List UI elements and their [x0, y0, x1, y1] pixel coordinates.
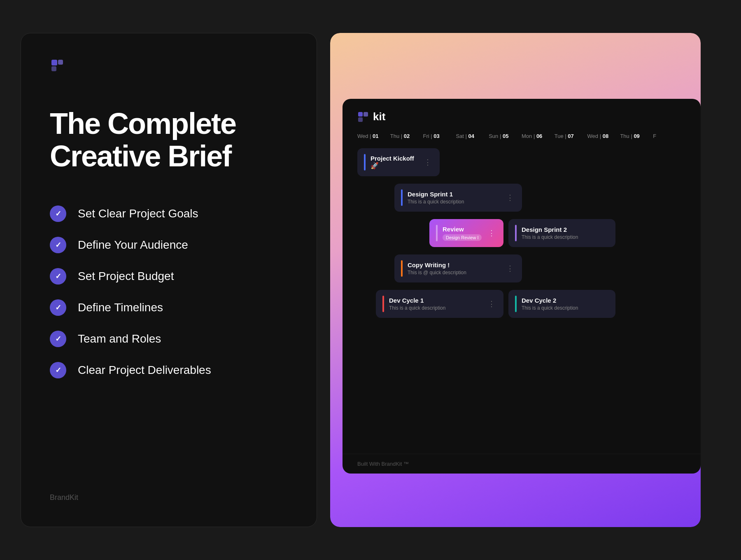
- task-title: Dev Cycle 1: [389, 297, 445, 304]
- timeline-day: Sat | 04: [456, 133, 489, 139]
- check-icon: ✓: [55, 366, 61, 375]
- check-icon: ✓: [55, 240, 61, 250]
- app-header: kit: [343, 99, 701, 123]
- task-card-design-sprint-2[interactable]: Design Sprint 2 This is a quick descript…: [508, 219, 615, 247]
- task-menu-button[interactable]: ⋮: [505, 262, 515, 275]
- task-desc: This is a quick description: [408, 199, 464, 205]
- timeline-header: Wed | 01Thu | 02Fri | 03Sat | 04Sun | 05…: [343, 123, 701, 144]
- task-desc: This is @ quick description: [408, 270, 466, 275]
- checklist-label: Clear Project Deliverables: [78, 364, 211, 377]
- check-icon: ✓: [55, 334, 61, 343]
- check-circle: ✓: [50, 237, 66, 253]
- svg-rect-3: [358, 112, 363, 117]
- timeline-day: Thu | 02: [390, 133, 423, 139]
- check-circle: ✓: [50, 331, 66, 347]
- checklist-item-goals: ✓ Set Clear Project Goals: [50, 205, 288, 222]
- svg-rect-2: [51, 66, 56, 71]
- task-desc: This is a quick description: [389, 305, 445, 311]
- logo-mark: [50, 58, 66, 75]
- task-title: Design Sprint 1: [408, 191, 464, 198]
- checklist: ✓ Set Clear Project Goals ✓ Define Your …: [50, 205, 288, 477]
- check-icon: ✓: [55, 303, 61, 312]
- check-icon: ✓: [55, 272, 61, 281]
- task-card-dev-cycle-2[interactable]: Dev Cycle 2 This is a quick description: [508, 290, 615, 318]
- checklist-label: Define Your Audience: [78, 238, 188, 252]
- timeline-day: Mon | 06: [522, 133, 555, 139]
- timeline-day: Tue | 07: [555, 133, 587, 139]
- timeline-day: Thu | 09: [620, 133, 653, 139]
- review-badge: Design Review I: [443, 234, 482, 241]
- task-menu-button[interactable]: ⋮: [486, 227, 497, 239]
- task-desc: This is a quick description: [522, 305, 578, 311]
- task-card-copy-writing[interactable]: Copy Writing ! This is @ quick descripti…: [394, 254, 522, 282]
- accent-bar: [515, 225, 517, 241]
- task-card-review[interactable]: Review Design Review I ⋮: [429, 219, 503, 247]
- svg-rect-4: [364, 112, 368, 117]
- main-title: The Complete Creative Brief: [50, 107, 288, 173]
- app-footer: Built With BrandKit ™: [343, 454, 701, 474]
- check-circle: ✓: [50, 205, 66, 222]
- check-circle: ✓: [50, 299, 66, 316]
- app-title: kit: [373, 110, 385, 123]
- main-layout: The Complete Creative Brief ✓ Set Clear …: [21, 21, 720, 539]
- task-desc: This is a quick description: [522, 234, 578, 240]
- task-menu-button[interactable]: ⋮: [422, 156, 433, 168]
- task-title: Project Kickoff: [370, 155, 414, 162]
- task-title: Copy Writing !: [408, 261, 466, 268]
- checklist-item-budget: ✓ Set Project Budget: [50, 268, 288, 285]
- task-card-design-sprint-1[interactable]: Design Sprint 1 This is a quick descript…: [394, 184, 522, 212]
- check-circle: ✓: [50, 362, 66, 378]
- timeline-day: Wed | 01: [357, 133, 390, 139]
- timeline-row-3: Review Design Review I ⋮ Design Sprint 2…: [357, 218, 686, 248]
- svg-rect-5: [358, 117, 363, 122]
- timeline-content: Project Kickoff 🚀 ⋮ Design Sprint: [343, 144, 701, 454]
- app-logo-icon: [357, 111, 369, 123]
- task-card-project-kickoff[interactable]: Project Kickoff 🚀 ⋮: [357, 148, 440, 176]
- check-circle: ✓: [50, 268, 66, 285]
- checklist-label: Set Clear Project Goals: [78, 207, 198, 220]
- checklist-item-audience: ✓ Define Your Audience: [50, 237, 288, 253]
- check-icon: ✓: [55, 209, 61, 218]
- timeline-day: Wed | 08: [587, 133, 620, 139]
- svg-rect-0: [51, 60, 57, 65]
- accent-bar: [401, 260, 403, 277]
- timeline-day: F: [653, 133, 686, 139]
- left-panel: The Complete Creative Brief ✓ Set Clear …: [21, 33, 317, 527]
- timeline-row-4: Copy Writing ! This is @ quick descripti…: [357, 254, 686, 283]
- checklist-label: Team and Roles: [78, 332, 161, 345]
- accent-bar: [401, 189, 403, 206]
- brand-footer: BrandKit: [50, 493, 288, 502]
- checklist-label: Set Project Budget: [78, 270, 174, 283]
- timeline-row-2: Design Sprint 1 This is a quick descript…: [357, 183, 686, 212]
- checklist-item-team: ✓ Team and Roles: [50, 331, 288, 347]
- task-title: Dev Cycle 2: [522, 297, 578, 304]
- task-card-dev-cycle-1[interactable]: Dev Cycle 1 This is a quick description …: [376, 290, 503, 318]
- task-title: Review: [443, 226, 482, 233]
- accent-bar: [382, 296, 384, 312]
- timeline-day: Sun | 05: [489, 133, 522, 139]
- app-window: kit Wed | 01Thu | 02Fri | 03Sat | 04Sun …: [343, 99, 701, 474]
- svg-rect-1: [58, 60, 63, 65]
- accent-bar: [364, 154, 366, 170]
- checklist-label: Define Timelines: [78, 301, 163, 314]
- task-emoji: 🚀: [370, 162, 414, 170]
- accent-bar: [515, 296, 517, 312]
- task-menu-button[interactable]: ⋮: [505, 191, 515, 204]
- accent-bar: [436, 225, 438, 241]
- task-title: Design Sprint 2: [522, 226, 578, 233]
- timeline-day: Fri | 03: [423, 133, 456, 139]
- timeline-row-5: Dev Cycle 1 This is a quick description …: [357, 289, 686, 319]
- right-panel: kit Wed | 01Thu | 02Fri | 03Sat | 04Sun …: [330, 33, 701, 527]
- timeline-row-1: Project Kickoff 🚀 ⋮: [357, 147, 686, 177]
- checklist-item-timelines: ✓ Define Timelines: [50, 299, 288, 316]
- checklist-item-deliverables: ✓ Clear Project Deliverables: [50, 362, 288, 378]
- task-menu-button[interactable]: ⋮: [486, 298, 497, 310]
